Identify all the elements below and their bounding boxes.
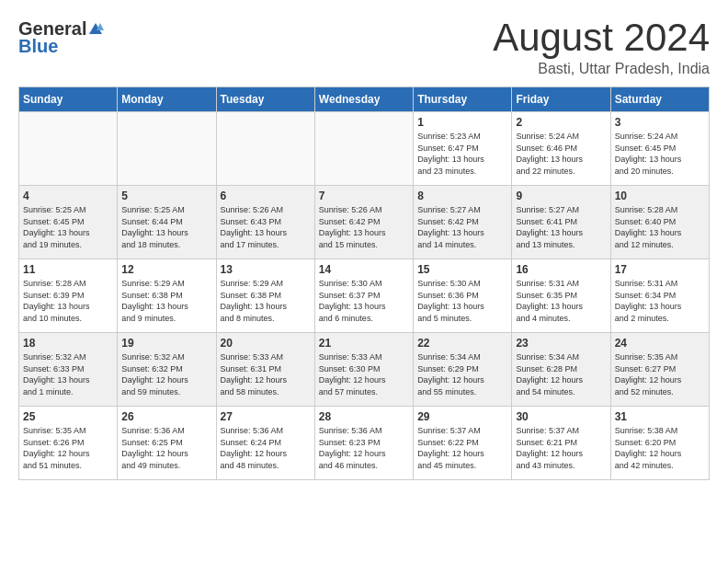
day-number: 23 [516, 337, 606, 350]
day-info: Sunrise: 5:24 AM Sunset: 6:46 PM Dayligh… [516, 131, 606, 177]
day-number: 28 [319, 410, 409, 423]
day-number: 26 [121, 410, 211, 423]
day-number: 11 [23, 263, 113, 276]
logo-blue-text: Blue [18, 36, 58, 57]
title-area: August 2024 Basti, Uttar Pradesh, India [493, 18, 710, 77]
day-number: 18 [23, 337, 113, 350]
day-info: Sunrise: 5:37 AM Sunset: 6:21 PM Dayligh… [516, 425, 606, 471]
page-header: General Blue August 2024 Basti, Uttar Pr… [18, 18, 710, 77]
calendar-cell: 26Sunrise: 5:36 AM Sunset: 6:25 PM Dayli… [118, 407, 216, 480]
calendar-cell: 8Sunrise: 5:27 AM Sunset: 6:42 PM Daylig… [414, 186, 512, 259]
calendar-cell: 15Sunrise: 5:30 AM Sunset: 6:36 PM Dayli… [414, 259, 512, 333]
calendar-cell [19, 112, 118, 186]
day-number: 10 [615, 190, 705, 202]
calendar-cell: 22Sunrise: 5:34 AM Sunset: 6:29 PM Dayli… [414, 333, 512, 407]
day-info: Sunrise: 5:35 AM Sunset: 6:27 PM Dayligh… [615, 351, 705, 397]
day-info: Sunrise: 5:36 AM Sunset: 6:23 PM Dayligh… [319, 425, 409, 471]
day-number: 25 [23, 410, 113, 423]
day-info: Sunrise: 5:29 AM Sunset: 6:38 PM Dayligh… [121, 278, 211, 324]
day-number: 8 [417, 190, 507, 202]
calendar-cell: 3Sunrise: 5:24 AM Sunset: 6:45 PM Daylig… [610, 112, 709, 186]
calendar-table: SundayMondayTuesdayWednesdayThursdayFrid… [18, 86, 710, 480]
calendar-cell [314, 112, 413, 186]
day-number: 24 [615, 337, 705, 350]
day-info: Sunrise: 5:38 AM Sunset: 6:20 PM Dayligh… [615, 425, 705, 471]
calendar-cell: 11Sunrise: 5:28 AM Sunset: 6:39 PM Dayli… [19, 259, 118, 333]
header-friday: Friday [512, 87, 610, 112]
calendar-cell: 23Sunrise: 5:34 AM Sunset: 6:28 PM Dayli… [512, 333, 610, 407]
header-row: SundayMondayTuesdayWednesdayThursdayFrid… [19, 87, 710, 112]
day-info: Sunrise: 5:26 AM Sunset: 6:42 PM Dayligh… [319, 204, 409, 250]
day-number: 4 [23, 190, 113, 202]
day-info: Sunrise: 5:28 AM Sunset: 6:40 PM Dayligh… [615, 204, 705, 250]
calendar-cell: 10Sunrise: 5:28 AM Sunset: 6:40 PM Dayli… [610, 186, 709, 259]
calendar-cell: 13Sunrise: 5:29 AM Sunset: 6:38 PM Dayli… [216, 259, 314, 333]
calendar-cell: 16Sunrise: 5:31 AM Sunset: 6:35 PM Dayli… [512, 259, 610, 333]
day-info: Sunrise: 5:33 AM Sunset: 6:30 PM Dayligh… [319, 351, 409, 397]
day-number: 1 [417, 116, 507, 129]
week-row-3: 18Sunrise: 5:32 AM Sunset: 6:33 PM Dayli… [19, 333, 710, 407]
calendar-cell: 1Sunrise: 5:23 AM Sunset: 6:47 PM Daylig… [414, 112, 512, 186]
calendar-cell: 20Sunrise: 5:33 AM Sunset: 6:31 PM Dayli… [216, 333, 314, 407]
day-info: Sunrise: 5:31 AM Sunset: 6:34 PM Dayligh… [615, 278, 705, 324]
header-monday: Monday [118, 87, 216, 112]
day-info: Sunrise: 5:28 AM Sunset: 6:39 PM Dayligh… [23, 278, 113, 324]
calendar-cell: 25Sunrise: 5:35 AM Sunset: 6:26 PM Dayli… [19, 407, 118, 480]
day-info: Sunrise: 5:33 AM Sunset: 6:31 PM Dayligh… [221, 351, 311, 397]
day-number: 3 [615, 116, 705, 129]
calendar-cell: 28Sunrise: 5:36 AM Sunset: 6:23 PM Dayli… [314, 407, 413, 480]
day-number: 20 [221, 337, 311, 350]
day-number: 29 [417, 410, 507, 423]
logo-icon [87, 21, 104, 38]
day-number: 30 [516, 410, 606, 423]
header-wednesday: Wednesday [314, 87, 413, 112]
calendar-cell: 21Sunrise: 5:33 AM Sunset: 6:30 PM Dayli… [314, 333, 413, 407]
day-info: Sunrise: 5:26 AM Sunset: 6:43 PM Dayligh… [221, 204, 311, 250]
calendar-cell: 31Sunrise: 5:38 AM Sunset: 6:20 PM Dayli… [610, 407, 709, 480]
calendar-cell: 17Sunrise: 5:31 AM Sunset: 6:34 PM Dayli… [610, 259, 709, 333]
week-row-2: 11Sunrise: 5:28 AM Sunset: 6:39 PM Dayli… [19, 259, 710, 333]
day-info: Sunrise: 5:36 AM Sunset: 6:24 PM Dayligh… [221, 425, 311, 471]
calendar-cell: 7Sunrise: 5:26 AM Sunset: 6:42 PM Daylig… [314, 186, 413, 259]
day-info: Sunrise: 5:25 AM Sunset: 6:44 PM Dayligh… [121, 204, 211, 250]
day-info: Sunrise: 5:34 AM Sunset: 6:29 PM Dayligh… [417, 351, 507, 397]
day-number: 17 [615, 263, 705, 276]
calendar-cell: 18Sunrise: 5:32 AM Sunset: 6:33 PM Dayli… [19, 333, 118, 407]
calendar-cell: 5Sunrise: 5:25 AM Sunset: 6:44 PM Daylig… [118, 186, 216, 259]
calendar-cell: 30Sunrise: 5:37 AM Sunset: 6:21 PM Dayli… [512, 407, 610, 480]
day-info: Sunrise: 5:27 AM Sunset: 6:42 PM Dayligh… [417, 204, 507, 250]
calendar-cell: 19Sunrise: 5:32 AM Sunset: 6:32 PM Dayli… [118, 333, 216, 407]
day-number: 12 [121, 263, 211, 276]
day-number: 19 [121, 337, 211, 350]
header-thursday: Thursday [414, 87, 512, 112]
calendar-cell: 2Sunrise: 5:24 AM Sunset: 6:46 PM Daylig… [512, 112, 610, 186]
day-info: Sunrise: 5:25 AM Sunset: 6:45 PM Dayligh… [23, 204, 113, 250]
week-row-1: 4Sunrise: 5:25 AM Sunset: 6:45 PM Daylig… [19, 186, 710, 259]
calendar-cell: 27Sunrise: 5:36 AM Sunset: 6:24 PM Dayli… [216, 407, 314, 480]
day-info: Sunrise: 5:27 AM Sunset: 6:41 PM Dayligh… [516, 204, 606, 250]
day-info: Sunrise: 5:34 AM Sunset: 6:28 PM Dayligh… [516, 351, 606, 397]
day-info: Sunrise: 5:29 AM Sunset: 6:38 PM Dayligh… [221, 278, 311, 324]
calendar-cell [216, 112, 314, 186]
week-row-4: 25Sunrise: 5:35 AM Sunset: 6:26 PM Dayli… [19, 407, 710, 480]
header-sunday: Sunday [19, 87, 118, 112]
week-row-0: 1Sunrise: 5:23 AM Sunset: 6:47 PM Daylig… [19, 112, 710, 186]
day-number: 16 [516, 263, 606, 276]
day-number: 7 [319, 190, 409, 202]
calendar-cell [118, 112, 216, 186]
day-info: Sunrise: 5:36 AM Sunset: 6:25 PM Dayligh… [121, 425, 211, 471]
day-number: 13 [221, 263, 311, 276]
day-number: 9 [516, 190, 606, 202]
calendar-cell: 4Sunrise: 5:25 AM Sunset: 6:45 PM Daylig… [19, 186, 118, 259]
day-info: Sunrise: 5:32 AM Sunset: 6:32 PM Dayligh… [121, 351, 211, 397]
location: Basti, Uttar Pradesh, India [493, 61, 710, 77]
header-tuesday: Tuesday [216, 87, 314, 112]
calendar-cell: 24Sunrise: 5:35 AM Sunset: 6:27 PM Dayli… [610, 333, 709, 407]
day-info: Sunrise: 5:37 AM Sunset: 6:22 PM Dayligh… [417, 425, 507, 471]
day-info: Sunrise: 5:32 AM Sunset: 6:33 PM Dayligh… [23, 351, 113, 397]
day-info: Sunrise: 5:30 AM Sunset: 6:37 PM Dayligh… [319, 278, 409, 324]
calendar-cell: 29Sunrise: 5:37 AM Sunset: 6:22 PM Dayli… [414, 407, 512, 480]
day-number: 2 [516, 116, 606, 129]
day-number: 21 [319, 337, 409, 350]
day-info: Sunrise: 5:24 AM Sunset: 6:45 PM Dayligh… [615, 131, 705, 177]
